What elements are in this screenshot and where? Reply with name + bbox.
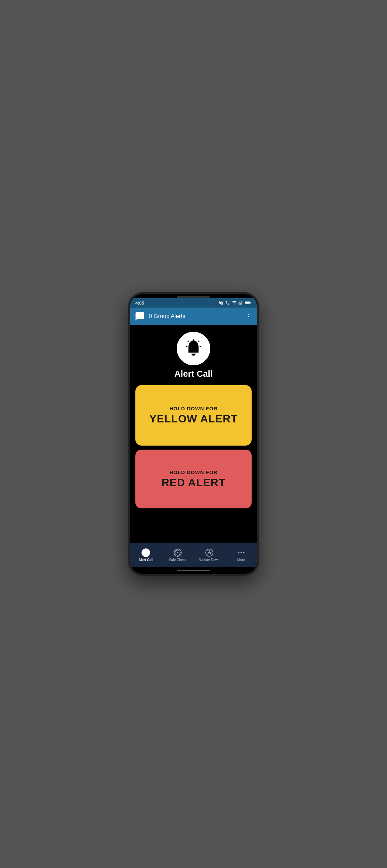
- svg-rect-7: [186, 346, 187, 347]
- status-time: 4:05: [136, 301, 144, 306]
- more-options-icon[interactable]: ⋮: [245, 312, 252, 320]
- header-title: 0 Group Alerts: [149, 313, 241, 320]
- status-icons: [219, 300, 251, 306]
- app-title: Alert Call: [174, 369, 213, 379]
- worker-down-icon: [205, 548, 214, 557]
- nav-worker-down-label: Worker Down: [199, 558, 219, 562]
- more-nav-icon: [237, 548, 245, 557]
- status-bar: 4:05: [130, 298, 257, 308]
- svg-rect-1: [250, 303, 251, 304]
- svg-rect-3: [193, 339, 194, 340]
- red-main-text: RED ALERT: [161, 476, 226, 489]
- svg-point-19: [238, 552, 239, 553]
- wifi-icon: [232, 300, 237, 306]
- signal-icon: [239, 301, 243, 305]
- yellow-main-text: YELLOW ALERT: [149, 413, 238, 425]
- app-header: 0 Group Alerts ⋮: [130, 308, 257, 325]
- red-alert-button[interactable]: HOLD DOWN FOR RED ALERT: [136, 450, 251, 508]
- nav-more[interactable]: More: [226, 543, 257, 567]
- chat-icon: [135, 311, 145, 321]
- home-bar: [177, 570, 210, 571]
- bell-circle: [177, 332, 210, 365]
- svg-point-20: [241, 552, 242, 553]
- main-content: Alert Call HOLD DOWN FOR YELLOW ALERT HO…: [130, 325, 257, 543]
- nav-worker-down[interactable]: Worker Down: [194, 543, 226, 567]
- svg-point-17: [206, 549, 213, 556]
- svg-point-18: [209, 550, 210, 551]
- red-hold-text: HOLD DOWN FOR: [170, 469, 218, 475]
- nav-alert-call[interactable]: Alert Call: [130, 543, 162, 567]
- yellow-alert-button[interactable]: HOLD DOWN FOR YELLOW ALERT: [136, 385, 251, 445]
- svg-point-21: [243, 552, 244, 553]
- svg-rect-2: [245, 302, 249, 304]
- phone-frame: 4:05: [128, 292, 259, 576]
- bell-nav-icon: [142, 548, 150, 557]
- svg-rect-9: [145, 549, 146, 550]
- nav-safe-check[interactable]: Safe Check: [162, 543, 194, 567]
- mute-icon: [219, 301, 224, 305]
- yellow-hold-text: HOLD DOWN FOR: [170, 406, 218, 411]
- svg-rect-4: [198, 340, 200, 342]
- home-indicator: [130, 567, 257, 574]
- nav-safe-check-label: Safe Check: [169, 558, 186, 562]
- nav-more-label: More: [237, 558, 245, 562]
- bottom-nav: Alert Call Safe Check: [130, 543, 257, 567]
- bell-icon: [183, 338, 204, 359]
- safe-check-icon: [173, 548, 182, 557]
- svg-rect-6: [200, 346, 201, 347]
- nav-alert-call-label: Alert Call: [139, 558, 153, 562]
- svg-rect-5: [187, 340, 189, 342]
- svg-point-16: [177, 552, 178, 553]
- battery-icon: [245, 301, 251, 305]
- call-icon: [225, 301, 230, 305]
